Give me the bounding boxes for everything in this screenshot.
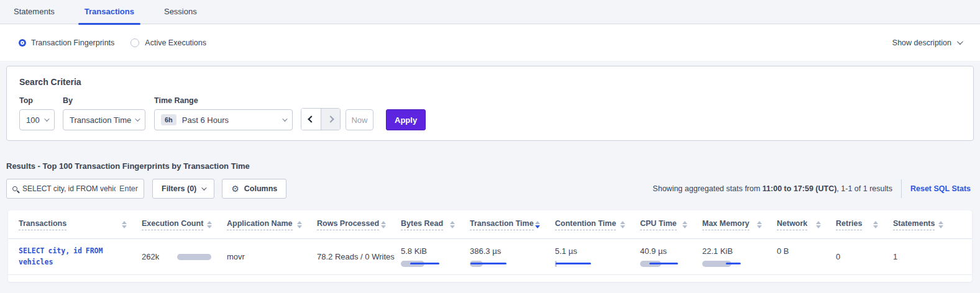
cpu-time-value: 40.9 µs — [640, 246, 702, 256]
page-tabs: Statements Transactions Sessions — [0, 0, 980, 24]
chevron-down-icon — [44, 116, 49, 121]
search-icon — [12, 186, 17, 191]
chevron-down-icon — [135, 116, 140, 121]
gear-icon: ⚙ — [231, 184, 239, 193]
top-label: Top — [19, 96, 55, 105]
tab-transactions[interactable]: Transactions — [78, 7, 140, 24]
sort-icon — [873, 221, 878, 228]
column-header-contention-time[interactable]: Contention Time — [555, 219, 640, 230]
radio-label: Transaction Fingerprints — [31, 38, 114, 47]
contention-time-bar — [555, 261, 593, 267]
chevron-left-icon — [308, 115, 314, 122]
columns-button-label: Columns — [244, 184, 277, 193]
table-header-row: Transactions Execution Count Application… — [8, 210, 972, 239]
radio-label: Active Executions — [145, 38, 206, 47]
chevron-down-icon — [957, 38, 963, 45]
time-range-label: Time Range — [154, 96, 293, 105]
column-header-execution-count[interactable]: Execution Count — [142, 219, 227, 230]
retries-value: 0 — [836, 252, 893, 261]
sort-icon — [620, 221, 625, 228]
column-header-bytes-read[interactable]: Bytes Read — [401, 219, 470, 230]
statements-value: 1 — [893, 252, 958, 261]
sort-icon — [757, 221, 762, 228]
top-select[interactable]: 100 — [19, 109, 55, 130]
apply-button[interactable]: Apply — [386, 109, 426, 130]
column-header-application-name[interactable]: Application Name — [227, 219, 317, 230]
time-range-badge: 6h — [161, 114, 176, 125]
radio-active-executions[interactable]: Active Executions — [131, 38, 206, 47]
sort-icon — [381, 221, 386, 228]
by-label: By — [63, 96, 145, 105]
transaction-fingerprint-link[interactable]: SELECT city, id FROM vehicles — [19, 246, 118, 268]
sort-icon — [207, 221, 212, 228]
results-table: Transactions Execution Count Application… — [8, 210, 972, 282]
showing-stats-range: 11:00 to 17:59 (UTC) — [762, 184, 836, 193]
sort-icon — [938, 221, 943, 228]
next-time-button[interactable] — [321, 109, 340, 130]
sort-icon — [297, 221, 302, 228]
execution-count-value: 262k — [142, 252, 159, 261]
results-toolbar: SELECT city, id FROM vehicles W Enter Fi… — [6, 179, 974, 199]
column-header-statements[interactable]: Statements — [893, 219, 958, 230]
search-enter-hint: Enter — [119, 184, 138, 193]
tab-statements[interactable]: Statements — [7, 7, 61, 24]
showing-stats-text: Showing aggregated stats from 11:00 to 1… — [653, 184, 892, 193]
transaction-time-value: 386.3 µs — [470, 246, 555, 256]
rows-processed-value: 78.2 Reads / 0 Writes — [317, 252, 401, 261]
by-select-value: Transaction Time — [70, 115, 131, 125]
chevron-right-icon — [327, 115, 334, 122]
toolbar-divider — [901, 179, 902, 198]
max-memory-value: 22.1 KiB — [702, 246, 777, 256]
show-description-toggle[interactable]: Show description — [892, 38, 961, 47]
by-select[interactable]: Transaction Time — [63, 109, 145, 130]
max-memory-bar — [702, 261, 741, 267]
radio-selected-icon — [21, 41, 24, 45]
search-input[interactable]: SELECT city, id FROM vehicles W Enter — [6, 179, 144, 199]
filters-button-label: Filters (0) — [162, 184, 196, 193]
previous-time-button[interactable] — [301, 109, 321, 130]
network-value: 0 B — [777, 246, 836, 256]
chevron-down-icon — [201, 185, 206, 190]
time-step-group — [301, 108, 341, 130]
column-header-max-memory[interactable]: Max Memory — [702, 219, 777, 230]
search-input-value: SELECT city, id FROM vehicles W — [22, 184, 116, 193]
columns-button[interactable]: ⚙ Columns — [222, 179, 286, 199]
chevron-down-icon — [282, 116, 287, 121]
sort-icon — [816, 221, 821, 228]
bytes-read-value: 5.8 KiB — [401, 246, 470, 256]
radio-transaction-fingerprints[interactable]: Transaction Fingerprints — [19, 38, 114, 47]
contention-time-value: 5.1 µs — [555, 246, 640, 256]
sort-icon — [682, 221, 687, 228]
execution-count-bar — [177, 254, 211, 260]
column-header-rows-processed[interactable]: Rows Processed — [317, 219, 401, 230]
bytes-read-bar — [401, 261, 439, 267]
time-range-select[interactable]: 6h Past 6 Hours — [154, 109, 293, 130]
view-toggle-row: Transaction Fingerprints Active Executio… — [0, 24, 980, 61]
tab-sessions[interactable]: Sessions — [158, 7, 203, 24]
radio-unselected-icon — [131, 38, 139, 47]
filters-button[interactable]: Filters (0) — [152, 179, 214, 199]
sort-icon-active-desc — [535, 221, 540, 228]
network-bar — [777, 261, 815, 267]
column-header-transactions[interactable]: Transactions — [19, 219, 142, 230]
transaction-time-bar — [470, 261, 508, 267]
results-heading: Results - Top 100 Transaction Fingerprin… — [6, 161, 980, 171]
table-row: SELECT city, id FROM vehicles 262k movr … — [8, 239, 972, 275]
column-header-retries[interactable]: Retries — [836, 219, 893, 230]
top-select-value: 100 — [26, 115, 40, 125]
column-header-transaction-time[interactable]: Transaction Time — [470, 219, 555, 230]
sort-icon — [122, 221, 127, 228]
column-header-cpu-time[interactable]: CPU Time — [640, 219, 702, 230]
search-criteria-card: Search Criteria Top 100 By Transaction T… — [6, 66, 974, 141]
reset-sql-stats-link[interactable]: Reset SQL Stats — [910, 184, 971, 193]
column-header-network[interactable]: Network — [777, 219, 836, 230]
search-criteria-title: Search Criteria — [19, 77, 961, 87]
show-description-label: Show description — [892, 38, 951, 47]
application-name-value: movr — [227, 252, 317, 261]
now-button[interactable]: Now — [346, 109, 373, 130]
sort-icon — [450, 221, 455, 228]
cpu-time-bar — [640, 261, 679, 267]
time-range-value: Past 6 Hours — [182, 115, 229, 125]
